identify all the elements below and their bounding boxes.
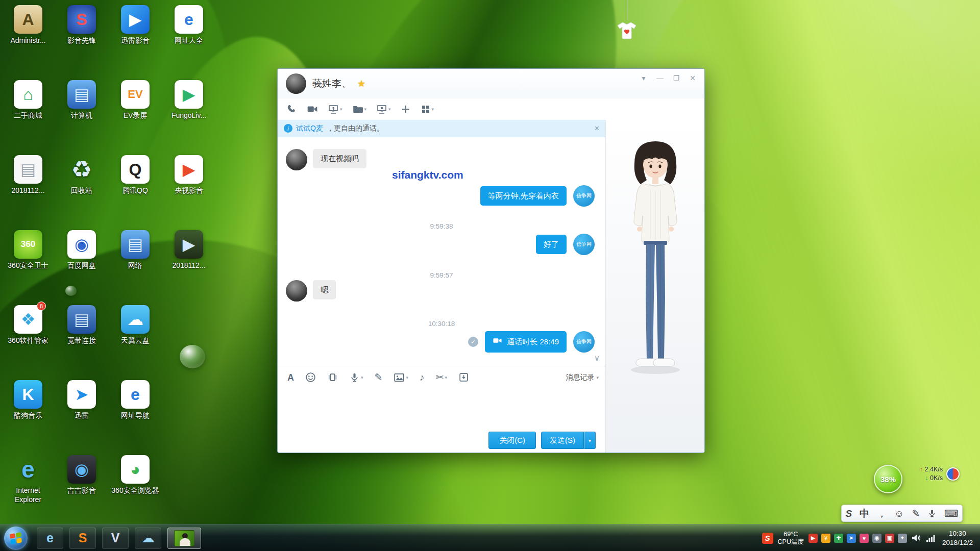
music-icon[interactable]: ♪ bbox=[417, 371, 427, 384]
taskbar-qq-window-button[interactable] bbox=[167, 528, 201, 549]
windows-logo-icon bbox=[10, 532, 22, 544]
tray-icon-camera[interactable]: ◉ bbox=[872, 534, 881, 543]
voice-input-icon[interactable] bbox=[926, 508, 938, 519]
desktop-icon-tianyi-cloud[interactable]: ☁天翼云盘 bbox=[109, 305, 161, 345]
video-call-icon[interactable] bbox=[304, 102, 321, 116]
360-accelerator-ball[interactable]: 38% bbox=[874, 465, 902, 493]
image-icon[interactable]: ▾ bbox=[391, 370, 411, 385]
desktop-icon-url-navigation[interactable]: e网址导航 bbox=[109, 380, 161, 420]
desktop-icon-cctv-yingyin[interactable]: ▶央视影音 bbox=[163, 155, 215, 195]
doodle-icon[interactable]: ✎ bbox=[372, 371, 385, 384]
desktop-icon-360-browser[interactable]: ◕360安全浏览器 bbox=[109, 455, 161, 495]
tray-icon-coin[interactable]: ¥ bbox=[821, 534, 830, 543]
sogou-ime-logo[interactable]: S bbox=[844, 508, 853, 519]
desktop-icon-baidu-netdisk[interactable]: ◉百度网盘 bbox=[56, 230, 108, 270]
notice-close-icon[interactable]: ✕ bbox=[594, 124, 600, 132]
remote-desktop-icon[interactable]: ▾ bbox=[374, 102, 394, 116]
desktop-icon-ershou-shangcheng[interactable]: ⌂二手商城 bbox=[2, 80, 54, 120]
self-message-avatar[interactable]: 信争网 bbox=[573, 185, 595, 207]
desktop-icon-computer[interactable]: ▤计算机 bbox=[56, 80, 108, 120]
desktop-icon-xunlei[interactable]: ➤迅雷 bbox=[56, 380, 108, 420]
tray-icon-green-plus[interactable]: ✚ bbox=[834, 534, 843, 543]
desktop-icon-fungolive[interactable]: ▶FungoLiv... bbox=[163, 80, 215, 120]
taskbar-cloud-button[interactable]: ☁ bbox=[135, 528, 161, 549]
tray-icon-red-box[interactable]: ▣ bbox=[885, 534, 894, 543]
screenshot-icon[interactable]: ✂▾ bbox=[433, 371, 449, 384]
tray-icon-blue-bird[interactable]: ➤ bbox=[847, 534, 856, 543]
message-input[interactable] bbox=[278, 388, 606, 428]
desktop-icon-broadband-connection[interactable]: ▤宽带连接 bbox=[56, 305, 108, 345]
traffic-ball-icon[interactable] bbox=[946, 467, 960, 481]
desktop-icon-360-safe[interactable]: 360360安全卫士 bbox=[2, 230, 54, 270]
input-toolbar: A▾✎▾♪✂▾ 消息记录 ▾ bbox=[278, 366, 606, 388]
tray-icon-red-play[interactable]: ▶ bbox=[808, 534, 818, 543]
send-button[interactable]: 发送(S) bbox=[541, 432, 584, 449]
network-icon[interactable] bbox=[926, 534, 936, 542]
desktop-icon-yingyin-xianfeng[interactable]: S影音先锋 bbox=[56, 5, 108, 45]
message-box-icon[interactable] bbox=[456, 370, 472, 384]
sogou-tray-icon[interactable]: S bbox=[762, 533, 773, 544]
notice-link[interactable]: 试试Q麦 bbox=[296, 124, 323, 133]
scroll-down-icon[interactable]: ∨ bbox=[594, 354, 600, 363]
jiji-yingyin-icon: ◉ bbox=[67, 455, 96, 484]
start-button[interactable] bbox=[4, 527, 28, 550]
ime-handwriting-icon[interactable]: ✎ bbox=[910, 508, 921, 519]
virtual-figure-panel bbox=[605, 120, 704, 453]
taskbar-clock[interactable]: 10:30 2018/12/2 bbox=[942, 529, 973, 547]
xunlei-yingyin-icon: ▶ bbox=[121, 5, 150, 34]
close-chat-button[interactable]: 关闭(C) bbox=[488, 432, 536, 449]
emoji-icon[interactable] bbox=[303, 370, 318, 384]
peer-message-avatar[interactable] bbox=[286, 149, 307, 170]
peer-message-avatar[interactable] bbox=[286, 280, 307, 302]
ime-emoji-icon[interactable]: ☺ bbox=[893, 508, 905, 519]
window-titlebar: 莪姓李、 ★ ▾—❐✕ bbox=[278, 69, 704, 98]
taskbar-sogou-button[interactable]: S bbox=[69, 528, 96, 549]
favorite-star-icon[interactable]: ★ bbox=[357, 78, 365, 89]
taskbar-v-button[interactable]: V bbox=[102, 528, 129, 549]
desktop-icon-tencent-qq[interactable]: Q腾讯QQ bbox=[109, 155, 161, 195]
ime-punct-mode[interactable]: ， bbox=[875, 508, 888, 519]
tray-icon-gray[interactable]: ✦ bbox=[898, 534, 907, 543]
send-file-icon[interactable]: ▾ bbox=[350, 102, 370, 116]
network-speed-widget[interactable]: ↑ 2.4K/s ↓ 0K/s bbox=[920, 466, 960, 482]
voice-message-icon[interactable]: ▾ bbox=[347, 370, 366, 384]
self-message-avatar[interactable]: 信争网 bbox=[573, 234, 595, 255]
peer-avatar[interactable] bbox=[286, 73, 306, 94]
desktop-icon-network[interactable]: ▤网络 bbox=[109, 230, 161, 270]
close-window-button[interactable]: ✕ bbox=[685, 72, 700, 84]
hanging-shirt-gadget[interactable] bbox=[616, 0, 638, 43]
desktop-icon-ev-recorder[interactable]: EVEV录屏 bbox=[109, 80, 161, 120]
desktop-icon-url-daquan[interactable]: e网址大全 bbox=[163, 5, 215, 45]
send-options-dropdown[interactable]: ▾ bbox=[584, 432, 596, 449]
desktop-icon-360-soft-manager[interactable]: ❖8360软件管家 bbox=[2, 305, 54, 345]
ime-keyboard-icon[interactable]: ⌨ bbox=[943, 508, 960, 519]
screen-share-icon[interactable]: ▾ bbox=[325, 102, 345, 116]
font-icon[interactable]: A bbox=[285, 371, 297, 384]
minimize-button[interactable]: — bbox=[652, 72, 668, 84]
cpu-temperature[interactable]: 69°C CPU温度 bbox=[778, 531, 804, 546]
desktop-icon-internet-explorer[interactable]: eInternet Explorer bbox=[2, 455, 54, 504]
taskbar-ie-button[interactable]: e bbox=[37, 528, 63, 549]
desktop-icon-doc-2018112[interactable]: ▤2018112... bbox=[2, 155, 54, 195]
desktop-icon-kugou-music[interactable]: K酷狗音乐 bbox=[2, 380, 54, 420]
window-menu-dropdown[interactable]: ▾ bbox=[636, 72, 651, 84]
app-box-icon[interactable]: ▾ bbox=[418, 103, 437, 116]
desktop-icon-administrator[interactable]: AAdministr... bbox=[2, 5, 54, 45]
self-message-avatar[interactable]: 信争网 bbox=[573, 331, 595, 353]
shake-icon[interactable] bbox=[325, 370, 340, 384]
tray-icon-heart[interactable]: ♥ bbox=[860, 534, 869, 543]
desktop-icon-label: 2018112... bbox=[2, 186, 54, 195]
ime-lang-mode[interactable]: 中 bbox=[858, 508, 871, 519]
message-history-button[interactable]: 消息记录 ▾ bbox=[566, 373, 599, 382]
voice-call-icon[interactable] bbox=[284, 103, 300, 116]
volume-icon[interactable] bbox=[912, 534, 921, 542]
dropdown-caret-icon: ▾ bbox=[364, 107, 367, 112]
up-arrow-icon: ↑ bbox=[920, 466, 923, 473]
desktop-icon-xunlei-yingyin[interactable]: ▶迅雷影音 bbox=[109, 5, 161, 45]
create-session-icon[interactable] bbox=[398, 103, 413, 116]
message-row-in: 现在视频吗 bbox=[278, 149, 605, 170]
desktop-icon-video-2018112[interactable]: ▶2018112... bbox=[163, 230, 215, 270]
desktop-icon-recycle-bin[interactable]: ♻回收站 bbox=[56, 155, 108, 195]
desktop-icon-jiji-yingyin[interactable]: ◉吉吉影音 bbox=[56, 455, 108, 495]
maximize-button[interactable]: ❐ bbox=[669, 72, 684, 84]
